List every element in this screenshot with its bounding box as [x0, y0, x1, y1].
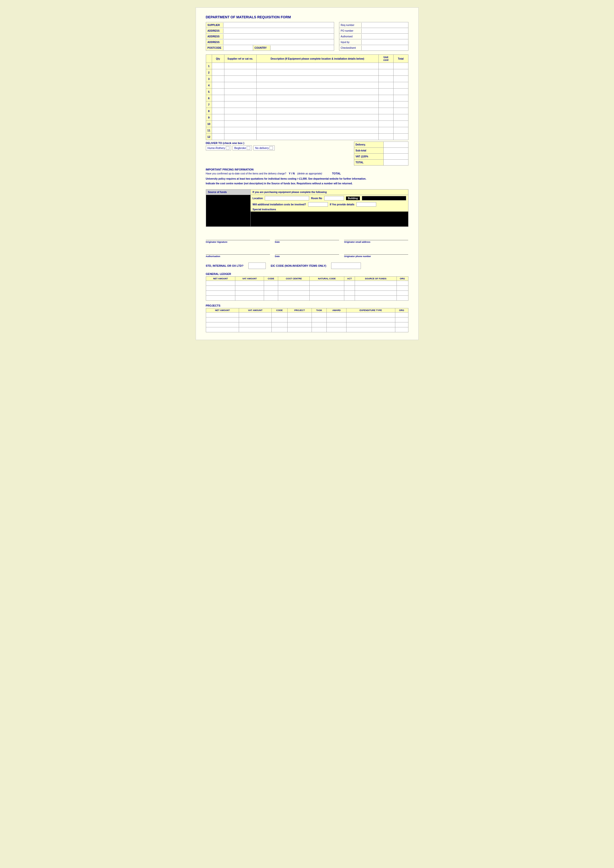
yes-input[interactable] — [356, 202, 376, 207]
gl-cell[interactable] — [206, 281, 235, 286]
proj-cell[interactable] — [272, 322, 287, 327]
proj-cell[interactable] — [312, 327, 327, 332]
delivery-value[interactable] — [383, 142, 408, 148]
gl-cell[interactable] — [235, 281, 264, 286]
nodelivery-option[interactable]: No delivery — [253, 146, 275, 150]
qty-cell[interactable] — [212, 108, 224, 114]
gl-cell[interactable] — [355, 286, 397, 291]
gl-cell[interactable] — [344, 286, 355, 291]
sig-date-1-line[interactable] — [275, 233, 339, 240]
gl-cell[interactable] — [309, 291, 344, 296]
ref-cell[interactable] — [224, 63, 256, 69]
country-input[interactable] — [270, 45, 334, 51]
ref-cell[interactable] — [224, 133, 256, 140]
ref-cell[interactable] — [224, 114, 256, 121]
qty-cell[interactable] — [212, 127, 224, 133]
gl-cell[interactable] — [235, 291, 264, 296]
qty-cell[interactable] — [212, 95, 224, 101]
gl-cell[interactable] — [264, 281, 278, 286]
desc-cell[interactable] — [256, 101, 378, 108]
gl-cell[interactable] — [396, 291, 408, 296]
proj-cell[interactable] — [287, 322, 312, 327]
gl-cell[interactable] — [278, 291, 309, 296]
unit-cell[interactable] — [378, 133, 393, 140]
gl-cell[interactable] — [396, 281, 408, 286]
unit-cell[interactable] — [378, 63, 393, 69]
inputby-input[interactable] — [362, 39, 408, 45]
room-input[interactable] — [324, 196, 344, 200]
qty-cell[interactable] — [212, 76, 224, 82]
unit-cell[interactable] — [378, 108, 393, 114]
proj-cell[interactable] — [206, 322, 239, 327]
gl-cell[interactable] — [278, 286, 309, 291]
checked-input[interactable] — [362, 45, 408, 51]
eic-input[interactable] — [331, 262, 361, 269]
total-cell[interactable] — [393, 133, 408, 140]
gl-cell[interactable] — [355, 291, 397, 296]
location-input[interactable] — [265, 196, 309, 200]
qty-cell[interactable] — [212, 121, 224, 127]
total-cell[interactable] — [393, 108, 408, 114]
desc-cell[interactable] — [256, 114, 378, 121]
desc-cell[interactable] — [256, 121, 378, 127]
qty-cell[interactable] — [212, 114, 224, 121]
proj-cell[interactable] — [239, 322, 272, 327]
gl-cell[interactable] — [264, 291, 278, 296]
gl-cell[interactable] — [206, 291, 235, 296]
desc-cell[interactable] — [256, 63, 378, 69]
ref-cell[interactable] — [224, 76, 256, 82]
desc-cell[interactable] — [256, 76, 378, 82]
install-input[interactable] — [308, 202, 328, 207]
ref-cell[interactable] — [224, 82, 256, 88]
proj-cell[interactable] — [287, 318, 312, 322]
qty-cell[interactable] — [212, 63, 224, 69]
auth-input[interactable] — [362, 34, 408, 39]
proj-cell[interactable] — [206, 327, 239, 332]
gl-cell[interactable] — [278, 281, 309, 286]
proj-cell[interactable] — [206, 313, 239, 318]
sig-email-line[interactable] — [344, 233, 408, 240]
proj-cell[interactable] — [346, 318, 395, 322]
sig-date-2-line[interactable] — [275, 247, 339, 254]
proj-cell[interactable] — [395, 327, 408, 332]
gl-cell[interactable] — [396, 296, 408, 301]
proj-cell[interactable] — [287, 313, 312, 318]
gl-cell[interactable] — [344, 281, 355, 286]
gl-cell[interactable] — [355, 296, 397, 301]
sig-phone-line[interactable] — [344, 247, 408, 254]
ref-cell[interactable] — [224, 88, 256, 95]
proj-cell[interactable] — [272, 318, 287, 322]
desc-cell[interactable] — [256, 88, 378, 95]
gl-cell[interactable] — [264, 296, 278, 301]
proj-cell[interactable] — [312, 322, 327, 327]
begbroke-checkbox[interactable] — [247, 146, 250, 150]
proj-cell[interactable] — [272, 313, 287, 318]
gl-cell[interactable] — [235, 286, 264, 291]
sig-originator-line[interactable] — [206, 233, 270, 240]
qty-cell[interactable] — [212, 88, 224, 95]
unit-cell[interactable] — [378, 127, 393, 133]
proj-cell[interactable] — [346, 322, 395, 327]
gl-cell[interactable] — [344, 296, 355, 301]
sig-auth-line[interactable] — [206, 247, 270, 254]
total-cell[interactable] — [393, 88, 408, 95]
vat-value[interactable] — [383, 153, 408, 160]
total-cell[interactable] — [393, 69, 408, 76]
total-cell[interactable] — [393, 127, 408, 133]
hume-checkbox[interactable] — [226, 146, 229, 150]
address3-input[interactable] — [224, 39, 334, 45]
gl-cell[interactable] — [235, 296, 264, 301]
address2-input[interactable] — [224, 34, 334, 39]
ref-cell[interactable] — [224, 95, 256, 101]
unit-cell[interactable] — [378, 82, 393, 88]
gl-cell[interactable] — [309, 286, 344, 291]
total-value[interactable] — [383, 160, 408, 166]
proj-cell[interactable] — [312, 318, 327, 322]
gl-cell[interactable] — [396, 286, 408, 291]
desc-cell[interactable] — [256, 82, 378, 88]
qty-cell[interactable] — [212, 69, 224, 76]
proj-cell[interactable] — [346, 313, 395, 318]
ref-cell[interactable] — [224, 121, 256, 127]
building-input[interactable] — [362, 196, 406, 200]
sof-input-left[interactable] — [206, 195, 251, 227]
